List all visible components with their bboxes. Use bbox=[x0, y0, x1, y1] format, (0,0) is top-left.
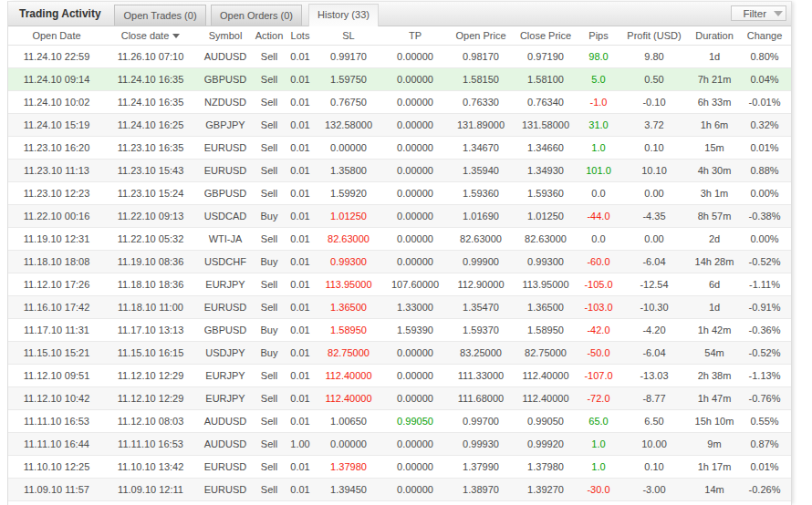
tab-open-orders[interactable]: Open Orders (0) bbox=[211, 5, 302, 26]
table-row[interactable]: 11.12.10 09:5111.12.10 12:29EURJPYSell0.… bbox=[8, 364, 791, 386]
table-row[interactable]: 11.15.10 15:2111.15.10 16:15USDJPYBuy0.0… bbox=[8, 341, 791, 364]
cell-change: -0.26% bbox=[738, 478, 791, 500]
cell-open-price: 1.38970 bbox=[450, 478, 512, 500]
cell-lots: 0.01 bbox=[284, 341, 317, 364]
cell-pips: -50.0 bbox=[579, 341, 618, 364]
cell-tp: 0.00000 bbox=[380, 136, 450, 159]
cell-close-date: 11.12.10 12:29 bbox=[105, 364, 196, 386]
table-row[interactable]: 11.23.10 11:1311.23.10 15:43EURUSDSell0.… bbox=[8, 159, 791, 181]
cell-tp: 0.00000 bbox=[380, 386, 450, 409]
cell-sl: 1.37980 bbox=[317, 455, 380, 478]
cell-sl: 132.58000 bbox=[317, 113, 380, 136]
cell-open-date: 11.24.10 22:59 bbox=[8, 45, 105, 67]
cell-open-date: 11.12.10 09:51 bbox=[8, 364, 105, 386]
table-row[interactable]: 11.24.10 22:5911.26.10 07:10AUDUSDSell0.… bbox=[8, 45, 791, 67]
table-row[interactable]: 11.12.10 10:4211.12.10 12:29EURJPYSell0.… bbox=[8, 386, 791, 409]
cell-open-date: 11.17.10 11:31 bbox=[8, 318, 105, 341]
column-header-sl[interactable]: SL bbox=[317, 26, 380, 45]
table-row[interactable]: 11.09.10 11:5711.09.10 12:11EURUSDSell0.… bbox=[8, 478, 791, 500]
column-header-tp[interactable]: TP bbox=[380, 26, 450, 45]
column-header-label: Duration bbox=[695, 30, 734, 41]
table-row[interactable]: 11.11.10 16:5311.12.10 08:03AUDUSDSell0.… bbox=[8, 409, 791, 432]
column-header-action[interactable]: Action bbox=[255, 26, 284, 45]
cell-duration: 7h 21m bbox=[691, 67, 738, 90]
filter-button[interactable]: Filter bbox=[731, 5, 786, 21]
tab-open-trades[interactable]: Open Trades (0) bbox=[114, 5, 206, 26]
cell-duration: 2h 38m bbox=[691, 364, 738, 386]
cell-profit: -4.20 bbox=[618, 318, 691, 341]
table-row[interactable]: 11.23.10 12:2311.23.10 15:24GBPUSDSell0.… bbox=[8, 181, 791, 204]
cell-open-date: 11.24.10 10:02 bbox=[8, 90, 105, 113]
cell-change: 0.55% bbox=[738, 409, 791, 432]
column-header-close-date[interactable]: Close date bbox=[105, 26, 196, 45]
cell-action: Sell bbox=[255, 45, 284, 67]
column-header-pips[interactable]: Pips bbox=[579, 26, 618, 45]
tab-history[interactable]: History (33) bbox=[308, 4, 379, 26]
cell-tp: 0.00000 bbox=[380, 159, 450, 181]
cell-open-date: 11.12.10 17:26 bbox=[8, 273, 105, 295]
cell-sl: 112.40000 bbox=[317, 386, 380, 409]
cell-close-date: 11.11.10 16:53 bbox=[105, 432, 196, 455]
table-row[interactable]: 11.24.10 10:0211.24.10 16:35NZDUSDSell0.… bbox=[8, 90, 791, 113]
table-row[interactable]: 11.18.10 18:0811.19.10 08:36USDCHFBuy0.0… bbox=[8, 250, 791, 273]
cell-symbol: USDCHF bbox=[196, 250, 255, 273]
cell-change: 0.87% bbox=[738, 432, 791, 455]
column-header-profit-usd[interactable]: Profit (USD) bbox=[618, 26, 691, 45]
cell-close-date: 11.22.10 05:32 bbox=[105, 227, 196, 250]
table-row[interactable]: 11.17.10 11:3111.17.10 13:13GBPUSDBuy0.0… bbox=[8, 318, 791, 341]
cell-close-date: 11.18.10 11:00 bbox=[105, 295, 196, 318]
table-row[interactable]: 11.23.10 16:2011.23.10 16:35EURUSDSell0.… bbox=[8, 136, 791, 159]
cell-symbol: WTI-JA bbox=[196, 227, 255, 250]
cell-tp: 0.00000 bbox=[380, 204, 450, 227]
column-header-label: Pips bbox=[588, 30, 608, 41]
cell-profit: -4.35 bbox=[618, 204, 691, 227]
column-header-label: Symbol bbox=[209, 30, 243, 41]
cell-pips: -42.0 bbox=[579, 318, 618, 341]
table-row[interactable]: 11.10.10 12:2511.10.10 13:42EURUSDSell0.… bbox=[8, 455, 791, 478]
cell-close-price: 82.63000 bbox=[512, 227, 579, 250]
table-row[interactable]: 11.19.10 12:3111.22.10 05:32WTI-JASell0.… bbox=[8, 227, 791, 250]
column-header-label: Close date bbox=[121, 30, 170, 41]
cell-symbol: EURUSD bbox=[196, 455, 255, 478]
cell-close-price: 113.95000 bbox=[512, 273, 579, 295]
cell-profit: -3.00 bbox=[618, 478, 691, 500]
column-header-open-price[interactable]: Open Price bbox=[450, 26, 512, 45]
cell-lots: 0.01 bbox=[284, 478, 317, 500]
column-header-label: Action bbox=[255, 30, 284, 41]
table-row[interactable]: 11.16.10 17:4211.18.10 11:00EURUSDSell0.… bbox=[8, 295, 791, 318]
cell-close-date: 11.12.10 12:29 bbox=[105, 386, 196, 409]
column-header-open-date[interactable]: Open Date bbox=[8, 26, 105, 45]
column-header-label: Profit (USD) bbox=[627, 30, 681, 41]
table-row[interactable]: 11.11.10 16:4411.11.10 16:53AUDUSDSell1.… bbox=[8, 432, 791, 455]
cell-open-date: 11.24.10 09:14 bbox=[8, 67, 105, 90]
cell-open-date: 11.09.10 11:57 bbox=[8, 478, 105, 500]
column-header-symbol[interactable]: Symbol bbox=[196, 26, 255, 45]
cell-close-price: 0.99050 bbox=[512, 409, 579, 432]
table-row[interactable]: 11.24.10 15:1911.24.10 16:25GBPJPYSell0.… bbox=[8, 113, 791, 136]
cell-action: Buy bbox=[255, 318, 284, 341]
cell-action: Sell bbox=[255, 67, 284, 90]
column-header-duration[interactable]: Duration bbox=[691, 26, 738, 45]
cell-pips: 1.0 bbox=[579, 432, 618, 455]
cell-open-date: 11.24.10 15:19 bbox=[8, 113, 105, 136]
cell-open-date: 11.23.10 12:23 bbox=[8, 181, 105, 204]
table-row[interactable]: 11.12.10 17:2611.18.10 18:36EURJPYSell0.… bbox=[8, 273, 791, 295]
cell-sl: 1.35800 bbox=[317, 159, 380, 181]
cell-profit: -10.30 bbox=[618, 295, 691, 318]
cell-action: Sell bbox=[255, 227, 284, 250]
cell-pips: -107.0 bbox=[579, 364, 618, 386]
column-header-change[interactable]: Change bbox=[738, 26, 791, 45]
table-row[interactable]: 11.24.10 09:1411.24.10 16:35GBPUSDSell0.… bbox=[8, 67, 791, 90]
table-row[interactable]: 11.22.10 00:1611.22.10 09:13USDCADBuy0.0… bbox=[8, 204, 791, 227]
cell-close-price: 82.75000 bbox=[512, 341, 579, 364]
column-header-label: TP bbox=[409, 30, 422, 41]
cell-open-price: 1.37990 bbox=[450, 455, 512, 478]
column-header-close-price[interactable]: Close Price bbox=[512, 26, 579, 45]
cell-tp: 0.00000 bbox=[380, 67, 450, 90]
column-header-lots[interactable]: Lots bbox=[284, 26, 317, 45]
trading-activity-panel: Trading Activity Open Trades (0) Open Or… bbox=[7, 1, 792, 505]
cell-profit: 0.00 bbox=[618, 181, 691, 204]
cell-action: Buy bbox=[255, 341, 284, 364]
cell-close-price: 1.34930 bbox=[512, 159, 579, 181]
cell-action: Sell bbox=[255, 113, 284, 136]
